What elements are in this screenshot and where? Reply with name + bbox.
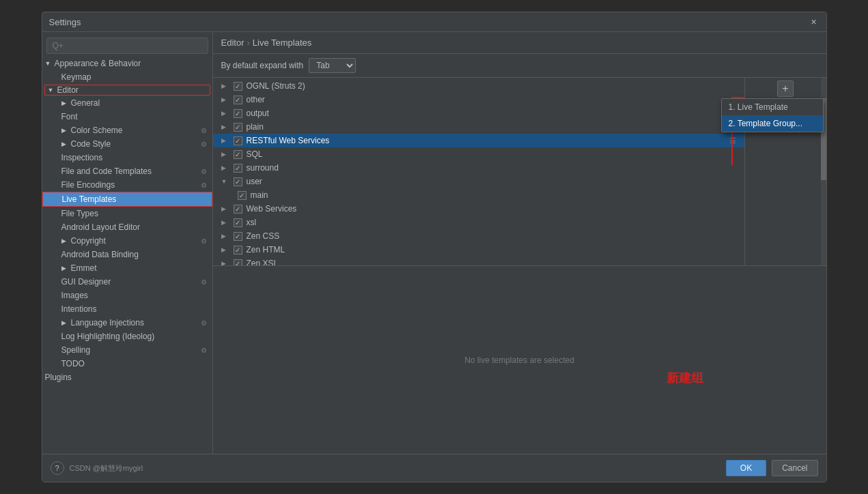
template-group-zenhtml[interactable]: ▶ Zen HTML xyxy=(213,243,744,257)
group-label: Zen HTML xyxy=(247,245,285,255)
watermark-text: CSDN @解慧玲mygirl xyxy=(70,463,143,474)
sidebar-item-images[interactable]: Images xyxy=(42,289,212,302)
template-group-plain[interactable]: ▶ plain xyxy=(213,120,744,134)
sidebar-item-label: Keymap xyxy=(61,72,92,82)
chevron-right-icon: ▶ xyxy=(221,83,229,89)
sidebar-item-editor[interactable]: ▼ Editor xyxy=(44,85,210,96)
template-group-restful[interactable]: ▶ RESTful Web Services ☰ xyxy=(213,134,744,147)
expand-select[interactable]: Tab Enter Space xyxy=(309,58,356,73)
template-group-zenxsl[interactable]: ▶ Zen XSL xyxy=(213,257,744,265)
checkbox-xsl[interactable] xyxy=(234,218,242,227)
chevron-down-icon: ▼ xyxy=(221,178,229,185)
template-group-user[interactable]: ▼ user xyxy=(213,175,744,188)
chevron-right-icon: ▶ xyxy=(61,141,68,147)
add-dropdown-popup: 1. Live Template 2. Template Group... xyxy=(721,98,824,132)
template-group-other[interactable]: ▶ other xyxy=(213,93,744,106)
sidebar-item-intentions[interactable]: Intentions xyxy=(42,302,212,316)
chevron-right-icon: ▶ xyxy=(61,127,68,134)
sidebar-item-label: TODO xyxy=(61,359,85,368)
sidebar-item-code-style[interactable]: ▶ Code Style ⚙ xyxy=(42,137,212,151)
add-button[interactable]: + xyxy=(777,81,794,97)
chevron-right-icon: ▶ xyxy=(221,151,229,158)
group-label: user xyxy=(247,177,262,186)
sidebar-item-label: Live Templates xyxy=(62,194,117,204)
sidebar-item-color-scheme[interactable]: ▶ Color Scheme ⚙ xyxy=(42,124,212,137)
chevron-right-icon: ▶ xyxy=(221,260,229,265)
sidebar-item-file-encodings[interactable]: File Encodings ⚙ xyxy=(42,178,212,192)
checkbox-other[interactable] xyxy=(234,96,242,104)
help-button[interactable]: ? xyxy=(51,461,64,475)
settings-icon: ⚙ xyxy=(201,141,207,148)
dropdown-item-label: 2. Template Group... xyxy=(729,119,803,128)
checkbox-zenxsl[interactable] xyxy=(234,259,242,266)
checkbox-restful[interactable] xyxy=(234,136,242,145)
sidebar-item-log-highlighting[interactable]: Log Highlighting (Ideolog) xyxy=(42,330,212,343)
chevron-right-icon: ▶ xyxy=(221,137,229,144)
sidebar-item-live-templates[interactable]: Live Templates xyxy=(42,192,212,207)
chevron-right-icon: ▶ xyxy=(61,237,68,244)
template-group-webservices[interactable]: ▶ Web Services xyxy=(213,202,744,216)
sidebar-item-gui-designer[interactable]: GUI Designer ⚙ xyxy=(42,275,212,289)
sidebar-item-font[interactable]: Font xyxy=(42,110,212,124)
sidebar-item-emmet[interactable]: ▶ Emmet xyxy=(42,261,212,275)
breadcrumb-live-templates: Live Templates xyxy=(253,38,311,48)
checkbox-main[interactable] xyxy=(238,191,247,200)
dropdown-item-live-template[interactable]: 1. Live Template xyxy=(722,99,823,115)
sidebar-item-plugins[interactable]: Plugins xyxy=(42,370,212,384)
sidebar-item-android-layout-editor[interactable]: Android Layout Editor xyxy=(42,220,212,234)
sidebar-item-label: Color Scheme xyxy=(71,126,123,135)
sidebar-item-file-code-templates[interactable]: File and Code Templates ⚙ xyxy=(42,164,212,178)
search-input[interactable] xyxy=(46,38,208,54)
settings-icon: ⚙ xyxy=(201,347,207,354)
template-item-main[interactable]: main xyxy=(213,188,744,202)
checkbox-ognl[interactable] xyxy=(234,82,242,91)
sidebar-item-label: Android Data Binding xyxy=(61,250,139,259)
template-group-xsl[interactable]: ▶ xsl xyxy=(213,216,744,229)
template-group-surround[interactable]: ▶ surround xyxy=(213,161,744,175)
chevron-right-icon: ▶ xyxy=(61,265,68,272)
sidebar-item-file-types[interactable]: File Types xyxy=(42,207,212,220)
ok-button[interactable]: OK xyxy=(726,460,766,476)
checkbox-webservices[interactable] xyxy=(234,205,242,214)
cancel-button[interactable]: Cancel xyxy=(772,460,817,476)
chevron-right-icon: ▶ xyxy=(221,110,229,117)
sidebar-item-keymap[interactable]: Keymap xyxy=(42,70,212,84)
dropdown-item-template-group[interactable]: 2. Template Group... xyxy=(722,115,823,132)
settings-dialog: Settings × ▼ Appearance & Behavior Keyma… xyxy=(42,12,827,482)
settings-icon: ⚙ xyxy=(201,319,207,327)
edit-icon: ☰ xyxy=(729,136,736,145)
sidebar-item-language-injections[interactable]: ▶ Language Injections ⚙ xyxy=(42,316,212,330)
expand-label: By default expand with xyxy=(221,61,304,70)
sidebar-item-label: Android Layout Editor xyxy=(61,222,140,232)
template-group-sql[interactable]: ▶ SQL xyxy=(213,147,744,161)
checkbox-user[interactable] xyxy=(234,177,242,186)
group-label: Web Services xyxy=(247,204,297,214)
sidebar-item-spelling[interactable]: Spelling ⚙ xyxy=(42,343,212,357)
checkbox-surround[interactable] xyxy=(234,164,242,173)
no-selection-message: No live templates are selected xyxy=(213,265,826,454)
template-group-zencss[interactable]: ▶ Zen CSS xyxy=(213,229,744,243)
group-label: SQL xyxy=(247,149,263,159)
checkbox-zenhtml[interactable] xyxy=(234,246,242,255)
sidebar-item-todo[interactable]: TODO xyxy=(42,357,212,370)
template-group-ognl[interactable]: ▶ OGNL (Struts 2) xyxy=(213,79,744,93)
checkbox-zencss[interactable] xyxy=(234,232,242,241)
checkbox-plain[interactable] xyxy=(234,123,242,132)
sidebar-item-inspections[interactable]: Inspections xyxy=(42,151,212,164)
sidebar-item-copyright[interactable]: ▶ Copyright ⚙ xyxy=(42,234,212,248)
sidebar-item-appearance[interactable]: ▼ Appearance & Behavior xyxy=(42,57,212,70)
checkbox-sql[interactable] xyxy=(234,150,242,159)
chevron-right-icon: ▶ xyxy=(61,319,68,326)
breadcrumb-separator: › xyxy=(247,38,249,48)
template-group-output[interactable]: ▶ output xyxy=(213,106,744,120)
sidebar-item-general[interactable]: ▶ General xyxy=(42,96,212,110)
sidebar-item-label: General xyxy=(71,98,100,108)
chevron-down-icon: ▼ xyxy=(45,60,52,67)
settings-icon: ⚙ xyxy=(201,278,207,286)
checkbox-output[interactable] xyxy=(234,109,242,118)
no-selection-text: No live templates are selected xyxy=(464,355,574,365)
sidebar-item-label: Code Style xyxy=(71,139,111,149)
close-button[interactable]: × xyxy=(809,16,820,27)
sidebar-item-android-data-binding[interactable]: Android Data Binding xyxy=(42,248,212,261)
sidebar-item-label: Intentions xyxy=(61,304,97,314)
